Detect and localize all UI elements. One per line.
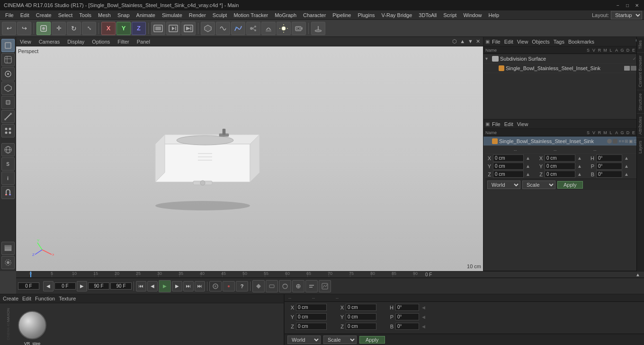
y-axis-button[interactable]: Y bbox=[116, 22, 131, 35]
cube-button[interactable] bbox=[201, 22, 215, 35]
texture-mode-button[interactable] bbox=[1, 53, 15, 66]
menu-select[interactable]: Select bbox=[55, 11, 76, 19]
current-frame-field[interactable] bbox=[18, 282, 39, 290]
record-button[interactable]: ● bbox=[223, 281, 235, 291]
prev-frame-button[interactable]: ◀ bbox=[147, 281, 158, 291]
cy-pos[interactable] bbox=[296, 313, 327, 320]
menu-motion-tracker[interactable]: Motion Tracker bbox=[230, 11, 271, 19]
cb-val[interactable] bbox=[395, 323, 419, 330]
timeline-button[interactable] bbox=[305, 280, 318, 292]
objects-objects-menu[interactable]: Objects bbox=[530, 39, 551, 45]
menu-create[interactable]: Create bbox=[33, 11, 55, 19]
y-pos-field[interactable] bbox=[493, 163, 524, 170]
bottom-scale-dropdown[interactable]: Scale bbox=[323, 336, 357, 344]
go-start-button[interactable]: ⏮ bbox=[136, 281, 146, 291]
mat-function-menu[interactable]: Function bbox=[35, 296, 55, 301]
content-browser-tab[interactable]: Content Browser bbox=[637, 52, 644, 90]
render-prev-button[interactable] bbox=[166, 22, 180, 35]
go-last-button[interactable]: ⏭ bbox=[195, 281, 205, 291]
menu-file[interactable]: File bbox=[2, 11, 17, 19]
maximize-button[interactable]: □ bbox=[624, 2, 631, 9]
curve-editor-button[interactable] bbox=[266, 280, 278, 292]
structure-tab[interactable]: Structure bbox=[637, 90, 644, 114]
menu-character[interactable]: Character bbox=[300, 11, 329, 19]
render-settings-button[interactable] bbox=[1, 256, 15, 269]
mat-create-menu[interactable]: Create bbox=[3, 296, 18, 301]
minimize-button[interactable]: − bbox=[615, 2, 621, 9]
attr-object-row[interactable]: Single_Bowl_Stainless_Steel_Inset_Sink ≡… bbox=[483, 136, 644, 146]
close-button[interactable]: ✕ bbox=[634, 2, 640, 9]
menu-script[interactable]: Script bbox=[440, 11, 460, 19]
snap-button[interactable]: S bbox=[1, 157, 15, 171]
x-pos-field[interactable] bbox=[493, 154, 524, 162]
z-rot-arrow[interactable]: ▲ bbox=[577, 172, 587, 177]
scale-button[interactable]: ⤡ bbox=[82, 22, 96, 35]
layers-tab[interactable]: Layers bbox=[637, 137, 644, 156]
preview-end-field[interactable] bbox=[88, 282, 109, 290]
redo-button[interactable]: ↪ bbox=[17, 22, 31, 35]
objects-tags-menu[interactable]: Tags bbox=[552, 39, 566, 45]
menu-help[interactable]: Help bbox=[485, 11, 503, 19]
magnet-button[interactable] bbox=[1, 186, 15, 199]
z-pos-field[interactable] bbox=[493, 171, 524, 178]
bottom-apply-button[interactable]: Apply bbox=[359, 336, 385, 344]
material-ball[interactable] bbox=[18, 311, 46, 339]
viewport-3d[interactable]: Perspect bbox=[16, 46, 483, 271]
menu-3dtoall[interactable]: 3DToAll bbox=[415, 11, 440, 19]
cx-rot[interactable] bbox=[346, 304, 376, 311]
h-arrow[interactable]: ▲ bbox=[624, 155, 634, 161]
viewport-menu-view[interactable]: View bbox=[18, 39, 33, 45]
x-pos-arrow[interactable]: ▲ bbox=[526, 155, 535, 161]
b-field[interactable] bbox=[596, 171, 622, 178]
menu-animate[interactable]: Animate bbox=[133, 11, 159, 19]
camera-button[interactable] bbox=[292, 22, 306, 35]
mat-texture-menu[interactable]: Texture bbox=[59, 296, 76, 301]
mograph-button[interactable] bbox=[246, 22, 260, 35]
cp-val[interactable] bbox=[395, 313, 419, 320]
objects-file-menu[interactable]: File bbox=[491, 39, 502, 45]
layout-select[interactable]: Startup bbox=[611, 11, 642, 19]
viewport-menu-cameras[interactable]: Cameras bbox=[37, 39, 62, 45]
move-button[interactable]: ✛ bbox=[52, 22, 66, 35]
y-rot-arrow[interactable]: ▲ bbox=[577, 163, 587, 169]
material-item[interactable]: VR_stee bbox=[18, 311, 46, 339]
cz-pos[interactable] bbox=[296, 323, 327, 330]
polygon-mode-button[interactable] bbox=[1, 96, 15, 109]
tiles-tab[interactable]: Tiles bbox=[637, 37, 644, 52]
viewport-options-button[interactable]: ▼ bbox=[467, 38, 474, 45]
cx-pos[interactable] bbox=[296, 304, 327, 311]
z-rot-field[interactable] bbox=[545, 171, 575, 178]
attributes-view-menu[interactable]: View bbox=[516, 121, 530, 127]
param-button[interactable] bbox=[319, 280, 331, 292]
world-dropdown[interactable]: World Object bbox=[487, 181, 520, 189]
model-mode-button[interactable] bbox=[1, 39, 15, 52]
render-button[interactable] bbox=[181, 22, 196, 35]
x-rot-arrow[interactable]: ▲ bbox=[577, 155, 587, 161]
help-transport-button[interactable]: ? bbox=[236, 281, 248, 291]
end-frame-field[interactable] bbox=[110, 282, 132, 290]
menu-pipeline[interactable]: Pipeline bbox=[329, 11, 354, 19]
play-button[interactable]: ▶ bbox=[159, 280, 171, 292]
menu-snap[interactable]: Snap bbox=[114, 11, 133, 19]
apply-button[interactable]: Apply bbox=[557, 181, 583, 189]
auto-key-arrow-btn[interactable]: ◀ bbox=[43, 281, 54, 291]
viewport-menu-options[interactable]: Options bbox=[90, 39, 112, 45]
menu-tools[interactable]: Tools bbox=[76, 11, 95, 19]
light-button[interactable] bbox=[277, 22, 291, 35]
rotate-button[interactable]: ↻ bbox=[67, 22, 81, 35]
start-frame-field[interactable] bbox=[54, 282, 76, 290]
bottom-world-dropdown[interactable]: World bbox=[287, 336, 321, 344]
keyframe-button[interactable] bbox=[252, 280, 265, 292]
attributes-file-menu[interactable]: File bbox=[491, 121, 502, 127]
undo-button[interactable]: ↩ bbox=[2, 22, 16, 35]
viewport-menu-filter[interactable]: Filter bbox=[116, 39, 131, 45]
auto-key-button[interactable] bbox=[209, 281, 222, 291]
menu-mograph[interactable]: MoGraph bbox=[271, 11, 300, 19]
z-pos-arrow[interactable]: ▲ bbox=[526, 172, 535, 177]
go-end-button[interactable]: ⏭ bbox=[183, 281, 194, 291]
live-select-button[interactable] bbox=[36, 22, 51, 35]
floor-button[interactable] bbox=[311, 22, 325, 35]
objects-edit-menu[interactable]: Edit bbox=[503, 39, 515, 45]
object-mode-button[interactable] bbox=[1, 82, 15, 95]
help-button[interactable]: i bbox=[1, 172, 15, 185]
